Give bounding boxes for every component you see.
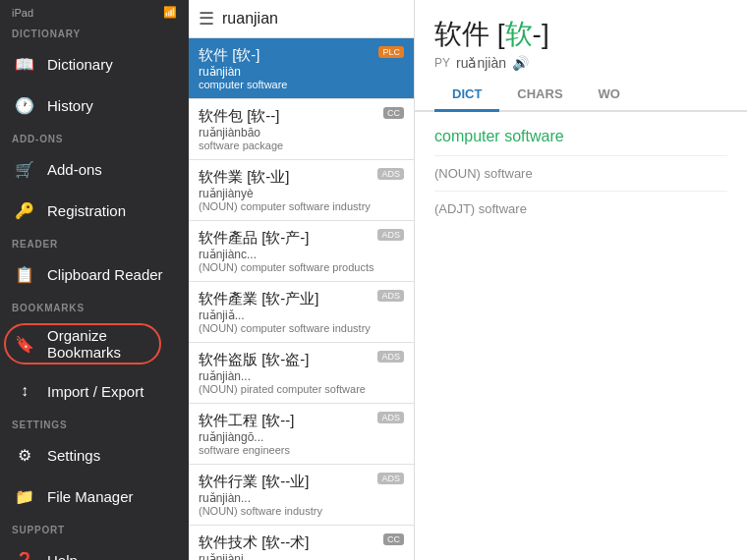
- result-item[interactable]: 软件產品 [软-产-] ADS ruǎnjiànc... (NOUN) comp…: [189, 221, 414, 282]
- detail-header: 软件 [软-] PY ruǎnjiàn 🔊: [415, 0, 747, 79]
- search-results-panel: ☰ 软件 [软-] PLC ruǎnjiàn computer software…: [189, 0, 415, 560]
- tab-dict[interactable]: DICT: [434, 79, 499, 112]
- file-manager-icon: 📁: [14, 485, 35, 507]
- help-icon: ❓: [14, 549, 35, 560]
- entry-adjt: (ADJT) software: [434, 201, 727, 216]
- result-chinese: 软件產業 [软-产业] ADS: [199, 290, 404, 308]
- history-label: History: [47, 97, 93, 114]
- result-badge: CC: [383, 107, 404, 119]
- result-sub: (NOUN) computer software products: [199, 261, 404, 273]
- results-list: 软件 [软-] PLC ruǎnjiàn computer software 软…: [189, 38, 414, 560]
- result-pinyin: ruǎnjiàn: [199, 65, 404, 79]
- result-badge: PLC: [378, 46, 404, 58]
- sidebar-item-help[interactable]: ❓ Help: [0, 539, 189, 560]
- result-sub: (NOUN) software industry: [199, 505, 404, 517]
- result-badge: ADS: [377, 229, 404, 241]
- section-settings-label: SETTINGS: [0, 412, 189, 434]
- section-reader-label: READER: [0, 231, 189, 253]
- tab-wo[interactable]: WO: [581, 79, 638, 112]
- result-pinyin: ruǎnjiànc...: [199, 248, 404, 261]
- result-item[interactable]: 软件產業 [软-产业] ADS ruǎnjiǎ... (NOUN) comput…: [189, 282, 414, 343]
- detail-title: 软件 [软-]: [434, 16, 727, 53]
- result-badge: ADS: [377, 290, 404, 302]
- sidebar-item-organize-bookmarks[interactable]: 🔖 Organize Bookmarks: [0, 317, 189, 370]
- result-badge: CC: [383, 533, 404, 545]
- divider-1: [434, 155, 727, 156]
- clipboard-label: Clipboard Reader: [47, 266, 163, 283]
- result-item[interactable]: 软件 [软-] PLC ruǎnjiàn computer software: [189, 38, 414, 99]
- detail-pinyin-row: PY ruǎnjiàn 🔊: [434, 55, 727, 71]
- result-pinyin: ruǎnjiànbāo: [199, 126, 404, 140]
- help-label: Help: [47, 552, 78, 561]
- status-bar: iPad 📶: [0, 0, 189, 21]
- pinyin-text: ruǎnjiàn: [456, 55, 506, 71]
- dictionary-label: Dictionary: [47, 56, 113, 73]
- result-item[interactable]: 软件行業 [软--业] ADS ruǎnjiàn... (NOUN) softw…: [189, 465, 414, 526]
- import-export-label: Import / Export: [47, 383, 144, 400]
- divider-2: [434, 191, 727, 192]
- result-sub: software package: [199, 140, 404, 151]
- registration-label: Registration: [47, 202, 126, 219]
- result-pinyin: ruǎnjiànyè: [199, 187, 404, 200]
- sidebar-item-settings[interactable]: ⚙ Settings: [0, 434, 189, 476]
- sidebar-item-clipboard[interactable]: 📋 Clipboard Reader: [0, 253, 189, 295]
- tab-chars[interactable]: CHARS: [499, 79, 580, 112]
- pinyin-label: PY: [434, 56, 450, 70]
- section-dictionary-label: DICTIONARY: [0, 21, 189, 43]
- detail-tabs: DICTCHARSWO: [415, 79, 747, 112]
- result-chinese: 软件 [软-] PLC: [199, 46, 404, 65]
- import-export-icon: ↕: [14, 380, 35, 402]
- clipboard-icon: 📋: [14, 263, 35, 285]
- result-item[interactable]: 软件業 [软-业] ADS ruǎnjiànyè (NOUN) computer…: [189, 160, 414, 221]
- addons-label: Add-ons: [47, 161, 102, 178]
- entry-noun: (NOUN) software: [434, 166, 727, 181]
- detail-title-text: 软件 [软-]: [434, 19, 549, 49]
- result-pinyin: ruǎnjiǎ...: [199, 308, 404, 322]
- entry-main: computer software: [434, 128, 727, 145]
- result-chinese: 软件工程 [软--] ADS: [199, 412, 404, 430]
- result-chinese: 软件技术 [软--术] CC: [199, 533, 404, 552]
- settings-icon: ⚙: [14, 444, 35, 466]
- result-badge: ADS: [377, 168, 404, 180]
- result-item[interactable]: 软件包 [软--] CC ruǎnjiànbāo software packag…: [189, 99, 414, 160]
- result-sub: (NOUN) computer software industry: [199, 200, 404, 212]
- sidebar-item-addons[interactable]: 🛒 Add-ons: [0, 148, 189, 190]
- wifi-icon: 📶: [163, 6, 177, 19]
- result-badge: ADS: [377, 473, 404, 484]
- sidebar-item-dictionary[interactable]: 📖 Dictionary: [0, 43, 189, 84]
- sidebar-item-registration[interactable]: 🔑 Registration: [0, 190, 189, 231]
- result-pinyin: ruǎnjiàn...: [199, 491, 404, 505]
- result-sub: (NOUN) pirated computer software: [199, 383, 404, 395]
- sidebar: iPad 📶 DICTIONARY 📖 Dictionary 🕐 History…: [0, 0, 189, 560]
- settings-label: Settings: [47, 447, 100, 464]
- dictionary-icon: 📖: [14, 53, 35, 75]
- result-sub: computer software: [199, 79, 404, 90]
- result-badge: ADS: [377, 412, 404, 423]
- sidebar-item-import-export[interactable]: ↕ Import / Export: [0, 370, 189, 412]
- result-item[interactable]: 软件工程 [软--] ADS ruǎnjiàngō... software en…: [189, 404, 414, 465]
- result-sub: software engineers: [199, 444, 404, 456]
- detail-panel: 软件 [软-] PY ruǎnjiàn 🔊 DICTCHARSWO comput…: [415, 0, 747, 560]
- result-pinyin: ruǎnjiàn...: [199, 369, 404, 383]
- section-support-label: SUPPORT: [0, 517, 189, 539]
- detail-content: computer software (NOUN) software (ADJT)…: [415, 112, 747, 560]
- result-chinese: 软件包 [软--] CC: [199, 107, 404, 126]
- hamburger-icon[interactable]: ☰: [199, 8, 214, 29]
- file-manager-label: File Manager: [47, 488, 134, 505]
- addons-icon: 🛒: [14, 158, 35, 180]
- result-chinese: 软件業 [软-业] ADS: [199, 168, 404, 187]
- speaker-icon[interactable]: 🔊: [512, 55, 529, 71]
- result-chinese: 软件行業 [软--业] ADS: [199, 473, 404, 491]
- registration-icon: 🔑: [14, 199, 35, 221]
- search-input[interactable]: [222, 10, 419, 28]
- history-icon: 🕐: [14, 94, 35, 116]
- result-pinyin: ruǎnjiànj...: [199, 552, 404, 560]
- sidebar-item-history[interactable]: 🕐 History: [0, 84, 189, 126]
- sidebar-item-file-manager[interactable]: 📁 File Manager: [0, 476, 189, 517]
- result-badge: ADS: [377, 351, 404, 363]
- device-label: iPad: [12, 7, 33, 19]
- organize-bookmarks-label: Organize Bookmarks: [47, 327, 175, 361]
- section-addons-label: ADD-ONS: [0, 126, 189, 148]
- result-item[interactable]: 软件盗版 [软-盗-] ADS ruǎnjiàn... (NOUN) pirat…: [189, 343, 414, 404]
- result-item[interactable]: 软件技术 [软--术] CC ruǎnjiànj... software tec…: [189, 526, 414, 560]
